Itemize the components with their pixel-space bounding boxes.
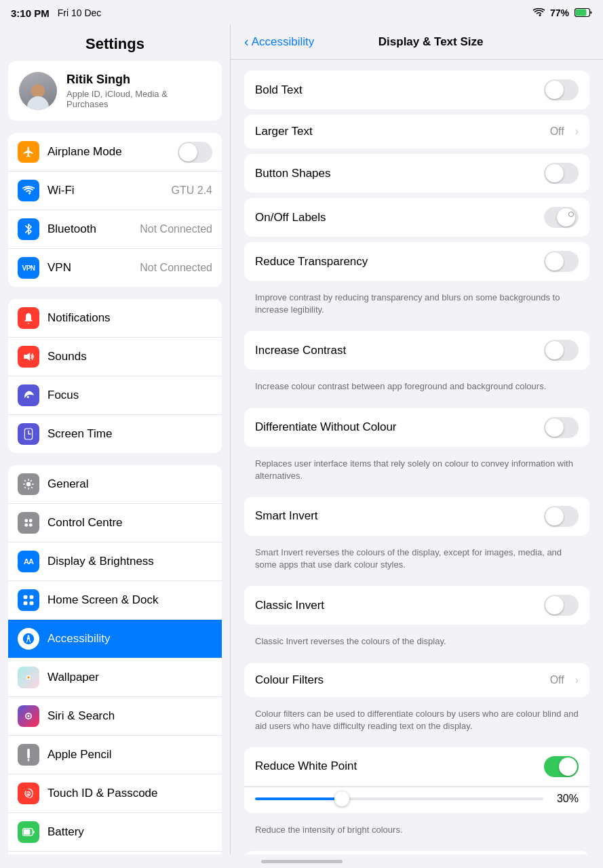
sidebar-item-focus[interactable]: Focus (8, 376, 222, 415)
detail-title: Display & Text Size (319, 35, 542, 49)
sidebar-item-airplane[interactable]: Airplane Mode (8, 133, 222, 172)
larger-text-card: Larger Text Off › (244, 115, 589, 149)
colour-filters-desc: Colour filters can be used to differenti… (244, 703, 589, 742)
user-profile[interactable]: Ritik Singh Apple ID, iCloud, Media & Pu… (8, 61, 222, 121)
bluetooth-value: Not Connected (140, 223, 212, 235)
smart-invert-desc: Smart Invert reverses the colours of the… (244, 541, 589, 580)
sidebar-item-controlcentre[interactable]: Control Centre (8, 504, 222, 542)
back-chevron-icon: ‹ (244, 34, 249, 50)
classic-invert-toggle[interactable] (544, 595, 579, 616)
onoff-labels-row: On/Off Labels (244, 198, 589, 237)
settings-group-notifications: Notifications Sounds (8, 299, 222, 453)
svg-rect-24 (24, 829, 31, 835)
svg-rect-1 (576, 9, 587, 16)
detail-header: ‹ Accessibility Display & Text Size (231, 24, 603, 60)
svg-rect-12 (24, 601, 28, 606)
slider-fill (255, 797, 342, 800)
larger-text-row[interactable]: Larger Text Off › (244, 115, 589, 149)
status-time: 3:10 PM (11, 7, 50, 19)
airplane-toggle[interactable] (178, 142, 212, 163)
sidebar-item-applepencil[interactable]: Apple Pencil (8, 736, 222, 774)
battery-percent: 77% (550, 7, 569, 18)
sidebar-item-display[interactable]: AA Display & Brightness (8, 542, 222, 581)
sidebar-item-bluetooth[interactable]: Bluetooth Not Connected (8, 210, 222, 249)
controlcentre-label: Control Centre (47, 516, 212, 530)
wallpaper-icon (18, 667, 39, 688)
bold-text-card: Bold Text (244, 71, 589, 109)
sidebar-item-accessibility[interactable]: Accessibility (8, 620, 222, 658)
settings-group-connectivity: Airplane Mode Wi-Fi GTU 2.4 (8, 133, 222, 287)
button-shapes-card: Button Shapes (244, 154, 589, 193)
onoff-labels-toggle[interactable] (544, 207, 579, 228)
svg-point-17 (27, 676, 29, 678)
main-layout: Settings Ritik Singh Apple ID, iCloud, M… (0, 24, 603, 854)
reduce-transparency-toggle[interactable] (544, 251, 579, 272)
wifi-icon (533, 7, 545, 19)
avatar (19, 72, 57, 110)
svg-point-5 (26, 482, 31, 487)
button-shapes-toggle[interactable] (544, 163, 579, 184)
svg-point-3 (27, 396, 29, 398)
sidebar-item-screentime[interactable]: Screen Time (8, 415, 222, 453)
button-shapes-row: Button Shapes (244, 154, 589, 193)
sidebar-item-battery[interactable]: Battery (8, 813, 222, 852)
reduce-transparency-card: Reduce Transparency (244, 242, 589, 281)
bluetooth-icon (18, 218, 39, 240)
svg-point-19 (27, 715, 29, 717)
sidebar-item-privacy[interactable]: Privacy (8, 852, 222, 854)
reduce-transparency-row: Reduce Transparency (244, 242, 589, 281)
wifi-label: Wi-Fi (47, 184, 163, 197)
larger-text-label: Larger Text (255, 125, 542, 138)
sidebar-item-touchid[interactable]: Touch ID & Passcode (8, 774, 222, 813)
wifi-settings-icon (18, 180, 39, 201)
battery-label: Battery (47, 825, 212, 839)
svg-point-6 (24, 519, 28, 522)
classic-invert-card: Classic Invert (244, 586, 589, 625)
slider-thumb[interactable] (334, 791, 349, 806)
applepencil-label: Apple Pencil (47, 748, 212, 762)
battery-settings-icon (18, 821, 39, 843)
reduce-white-point-toggle[interactable] (544, 756, 579, 777)
homescreen-label: Home Screen & Dock (47, 593, 212, 607)
sidebar-item-notifications[interactable]: Notifications (8, 299, 222, 338)
detail-panel: ‹ Accessibility Display & Text Size Bold… (231, 24, 603, 854)
bluetooth-label: Bluetooth (47, 222, 132, 236)
increase-contrast-toggle[interactable] (544, 340, 579, 361)
back-label: Accessibility (252, 35, 315, 49)
battery-icon (575, 7, 592, 19)
general-icon (18, 473, 39, 495)
wifi-value: GTU 2.4 (172, 184, 212, 197)
classic-invert-row: Classic Invert (244, 586, 589, 625)
sidebar-item-siri[interactable]: Siri & Search (8, 697, 222, 736)
sidebar-item-general[interactable]: General (8, 465, 222, 504)
vpn-value: Not Connected (140, 262, 212, 274)
white-point-slider[interactable] (255, 797, 543, 800)
differentiate-colour-desc: Replaces user interface items that rely … (244, 452, 589, 492)
touchid-label: Touch ID & Passcode (47, 787, 212, 800)
larger-text-value: Off (550, 125, 564, 138)
classic-invert-label: Classic Invert (255, 599, 536, 612)
button-shapes-label: Button Shapes (255, 167, 536, 180)
sidebar-item-wifi[interactable]: Wi-Fi GTU 2.4 (8, 172, 222, 210)
sidebar-item-vpn[interactable]: VPN VPN Not Connected (8, 249, 222, 287)
back-button[interactable]: ‹ Accessibility (244, 34, 314, 50)
bold-text-toggle[interactable] (544, 79, 579, 100)
differentiate-colour-toggle[interactable] (544, 417, 579, 438)
status-bar: 3:10 PM Fri 10 Dec 77% (0, 0, 603, 24)
homescreen-icon (18, 589, 39, 611)
svg-rect-11 (30, 595, 34, 599)
colour-filters-row[interactable]: Colour Filters Off › (244, 663, 589, 697)
smart-invert-toggle[interactable] (544, 506, 579, 527)
colour-filters-chevron-icon: › (575, 674, 579, 686)
controlcentre-icon (18, 512, 39, 534)
screentime-label: Screen Time (47, 427, 212, 441)
reduce-white-point-label: Reduce White Point (255, 760, 536, 773)
screentime-icon (18, 423, 39, 445)
sidebar-item-homescreen[interactable]: Home Screen & Dock (8, 581, 222, 620)
reduce-transparency-label: Reduce Transparency (255, 255, 536, 269)
sidebar-item-sounds[interactable]: Sounds (8, 338, 222, 376)
sidebar-item-wallpaper[interactable]: Wallpaper (8, 658, 222, 697)
white-point-slider-container: 30% (244, 787, 589, 813)
status-date: Fri 10 Dec (58, 7, 102, 18)
svg-point-15 (28, 635, 30, 637)
